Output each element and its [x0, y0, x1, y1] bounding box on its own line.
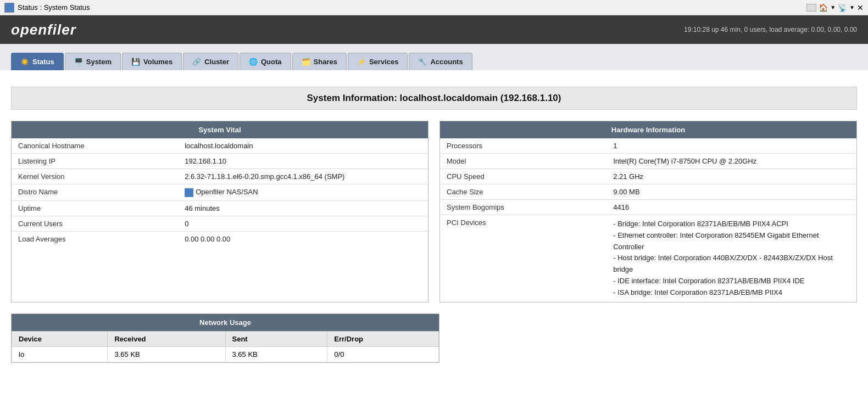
network-usage-table: DeviceReceivedSentErr/Drop lo3.65 KB3.65…: [12, 331, 439, 362]
network-col-header: Received: [108, 331, 225, 346]
system-vital-value: 46 minutes: [178, 200, 428, 216]
page-title: System Information: localhost.localdomai…: [23, 93, 845, 104]
window-title: Status : System Status: [18, 3, 90, 12]
uptime-display: 19:10:28 up 46 min, 0 users, load averag…: [684, 26, 857, 33]
hardware-info-container: Hardware Information Processors1ModelInt…: [439, 121, 857, 302]
tab-cluster[interactable]: 🔗 Cluster: [183, 53, 238, 70]
hardware-label: System Bogomips: [440, 200, 607, 215]
system-vital-label: Canonical Hostname: [12, 138, 178, 154]
network-cell: 0/0: [327, 346, 439, 362]
hardware-label: PCI Devices: [440, 215, 607, 302]
home-icon[interactable]: 🏠: [819, 3, 828, 12]
system-vital-value: Openfiler NAS/SAN: [178, 184, 428, 201]
distro-icon: [185, 188, 193, 197]
system-vital-label: Current Users: [12, 216, 178, 231]
system-vital-label: Load Averages: [12, 231, 178, 246]
hardware-value: 2.21 GHz: [607, 169, 856, 184]
hardware-label: Cache Size: [440, 184, 607, 200]
info-row: System Vital Canonical Hostnamelocalhost…: [11, 121, 857, 302]
network-col-header: Sent: [225, 331, 327, 346]
network-col-header: Device: [12, 331, 108, 346]
hardware-value: 1: [607, 138, 856, 154]
tab-accounts-label: Accounts: [430, 58, 463, 66]
accounts-icon: 🔧: [418, 58, 427, 66]
page-title-bar: System Information: localhost.localdomai…: [11, 87, 857, 110]
hardware-value: 9.00 MB: [607, 184, 856, 200]
tab-quota[interactable]: 🌐 Quota: [240, 53, 291, 70]
nav-tabs: ☀️ Status 🖥️ System 💾 Volumes 🔗 Cluster …: [0, 53, 868, 70]
tab-system[interactable]: 🖥️ System: [65, 53, 121, 70]
tab-shares[interactable]: 🗂️ Shares: [292, 53, 347, 70]
network-col-header: Err/Drop: [327, 331, 439, 346]
system-vital-value: localhost.localdomain: [178, 138, 428, 154]
tab-services[interactable]: ⚡ Services: [348, 53, 408, 70]
nav-area: ☀️ Status 🖥️ System 💾 Volumes 🔗 Cluster …: [0, 44, 868, 70]
app-icon: [4, 3, 14, 13]
system-vital-value: 2.6.32-71.18.1.el6-0.20.smp.gcc4.1.x86_6…: [178, 169, 428, 184]
tab-services-label: Services: [369, 58, 399, 66]
system-vital-label: Kernel Version: [12, 169, 178, 184]
system-vital-label: Distro Name: [12, 184, 178, 201]
dropdown-arrow-2[interactable]: ▼: [849, 4, 855, 10]
close-icon[interactable]: ✕: [857, 3, 864, 12]
quota-icon: 🌐: [249, 58, 258, 66]
hardware-label: Processors: [440, 138, 607, 154]
dropdown-arrow-1[interactable]: ▼: [830, 4, 836, 10]
logo: openfiler: [11, 21, 76, 38]
rss-icon[interactable]: 📡: [838, 3, 847, 12]
titlebar-left: Status : System Status: [4, 3, 90, 13]
hardware-value: Intel(R) Core(TM) i7-8750H CPU @ 2.20GHz: [607, 154, 856, 169]
hardware-label: Model: [440, 154, 607, 169]
system-vital-value: 0: [178, 216, 428, 231]
cluster-icon: 🔗: [192, 58, 201, 66]
system-vital-container: System Vital Canonical Hostnamelocalhost…: [11, 121, 429, 302]
titlebar: Status : System Status 🏠 ▼ 📡 ▼ ✕: [0, 0, 868, 15]
tab-shares-label: Shares: [314, 58, 337, 66]
tab-indicator: [806, 4, 816, 12]
network-cell: 3.65 KB: [108, 346, 225, 362]
network-cell: 3.65 KB: [225, 346, 327, 362]
hardware-value: 4416: [607, 200, 856, 215]
topbar: openfiler 19:10:28 up 46 min, 0 users, l…: [0, 15, 868, 44]
system-vital-table: Canonical Hostnamelocalhost.localdomainL…: [12, 138, 428, 246]
system-vital-label: Uptime: [12, 200, 178, 216]
system-icon: 🖥️: [74, 58, 83, 66]
hardware-info-table: Processors1ModelIntel(R) Core(TM) i7-875…: [440, 138, 856, 302]
shares-icon: 🗂️: [302, 58, 310, 66]
tab-status-label: Status: [32, 58, 54, 66]
system-vital-value: 192.168.1.10: [178, 154, 428, 169]
network-cell: lo: [12, 346, 108, 362]
tab-cluster-label: Cluster: [204, 58, 229, 66]
network-usage-header: Network Usage: [12, 314, 439, 331]
hardware-value: - Bridge: Intel Corporation 82371AB/EB/M…: [607, 215, 856, 302]
system-vital-label: Listening IP: [12, 154, 178, 169]
tab-volumes-label: Volumes: [143, 58, 173, 66]
status-icon: ☀️: [20, 58, 29, 66]
main-content: System Information: localhost.localdomai…: [0, 70, 868, 398]
services-icon: ⚡: [357, 58, 366, 66]
tab-volumes[interactable]: 💾 Volumes: [122, 53, 182, 70]
table-row: lo3.65 KB3.65 KB0/0: [12, 346, 439, 362]
system-vital-header: System Vital: [12, 121, 428, 138]
hardware-label: CPU Speed: [440, 169, 607, 184]
tab-system-label: System: [86, 58, 112, 66]
network-usage-container: Network Usage DeviceReceivedSentErr/Drop…: [11, 313, 439, 363]
system-vital-value: 0.00 0.00 0.00: [178, 231, 428, 246]
tab-quota-label: Quota: [261, 58, 282, 66]
tab-status[interactable]: ☀️ Status: [11, 53, 64, 70]
volumes-icon: 💾: [131, 58, 140, 66]
titlebar-controls: 🏠 ▼ 📡 ▼ ✕: [806, 3, 864, 12]
hardware-info-header: Hardware Information: [440, 121, 856, 138]
tab-accounts[interactable]: 🔧 Accounts: [409, 53, 472, 70]
